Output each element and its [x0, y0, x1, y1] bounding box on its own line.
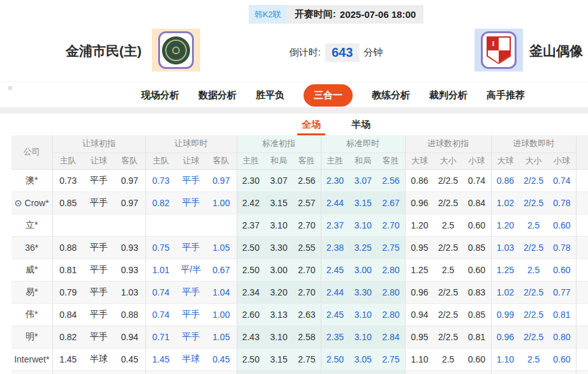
odds-cell: 3.10 [349, 214, 377, 236]
company-cell[interactable]: 明* [11, 325, 52, 348]
odds-cell: 2.56 [377, 169, 405, 191]
odds-cell [176, 370, 206, 374]
partial-row [11, 370, 588, 374]
odds-cell: 0.45 [114, 348, 145, 370]
odds-cell: 3.30 [349, 281, 377, 303]
nav-items: 现场分析数据分析胜平负三合一教练分析裁判分析高手推荐 [141, 82, 525, 108]
kickoff-label: 开赛时间: [295, 8, 336, 20]
odds-cell [462, 370, 491, 374]
group-header-2: 标准初指 [237, 135, 321, 153]
odds-cell: 2.50 [237, 348, 265, 370]
odds-cell: 0.94 [114, 325, 145, 348]
company-cell[interactable]: 易* [11, 281, 52, 303]
odds-cell: 3.10 [265, 214, 293, 236]
odds-cell: 2.63 [293, 303, 321, 325]
odds-cell: 0.45 [206, 348, 237, 370]
col-header: 和局 [349, 153, 377, 169]
col-header: 让球 [84, 153, 114, 169]
extra-cell: ≡ [576, 169, 588, 191]
odds-cell: 1.45 [52, 348, 84, 370]
odds-cell [237, 370, 265, 374]
odds-cell [84, 370, 114, 374]
company-name: Crow* [25, 198, 49, 208]
odds-cell: 平手 [84, 236, 114, 258]
odds-cell: 2.58 [293, 325, 321, 348]
nav-tab-6[interactable]: 高手推荐 [487, 89, 525, 101]
nav-tab-3[interactable]: 三合一 [304, 84, 353, 107]
odds-cell [52, 370, 84, 374]
odds-row-伟: 伟*0.84平手0.880.74平手1.002.603.132.632.453.… [11, 303, 588, 325]
odds-cell: 3.10 [349, 303, 377, 325]
company-name: 易* [26, 287, 38, 297]
period-tab-1[interactable]: 半场 [351, 119, 371, 135]
league-badge[interactable]: 韩K2联 [249, 5, 287, 24]
home-team-name: 金浦市民(主) [66, 42, 142, 60]
company-cell[interactable]: Interwet* [11, 348, 52, 370]
nav-tab-1[interactable]: 数据分析 [198, 89, 237, 101]
odds-cell: 平手 [84, 169, 114, 191]
odds-cell: 2/2.5 [434, 303, 462, 325]
odds-cell: 2.44 [321, 281, 349, 303]
odds-cell: 0.77 [548, 281, 576, 303]
odds-cell: 平手 [176, 236, 206, 258]
home-team-logo [152, 29, 200, 71]
odds-cell: 2.5 [519, 348, 548, 370]
odds-cell: 2.56 [293, 169, 321, 191]
odds-cell: 0.82 [145, 191, 176, 214]
odds-cell: 2.5 [519, 214, 548, 236]
nav-tab-4[interactable]: 教练分析 [372, 89, 410, 101]
odds-row-澳: 澳*0.73平手0.970.73平手0.972.303.072.562.303.… [11, 169, 588, 191]
odds-cell: 2.45 [321, 303, 349, 325]
nav-tab-2[interactable]: 胜平负 [256, 89, 284, 101]
odds-cell: 半球 [84, 348, 114, 370]
odds-cell [145, 370, 176, 374]
odds-cell: 0.78 [548, 236, 576, 258]
away-logo-frame: I [481, 31, 517, 69]
company-cell[interactable]: ⊙Crow* [11, 191, 52, 214]
odds-cell: 平手 [176, 303, 206, 325]
odds-cell: 3.07 [349, 169, 377, 191]
company-cell[interactable]: 伟* [11, 303, 52, 325]
odds-cell [293, 370, 321, 374]
away-team-name: 釜山偶像 [529, 42, 583, 60]
odds-cell: 1.10 [491, 348, 519, 370]
odds-cell: 2.5 [434, 214, 462, 236]
odds-cell: 0.99 [491, 303, 519, 325]
countdown: 倒计时: 643 分钟 [290, 43, 383, 62]
odds-cell: 2/2.5 [519, 281, 548, 303]
page: 韩K2联 开赛时间: 2025-07-06 18:00 金浦市民(主) 倒计时:… [0, 0, 588, 374]
extra-cell: ≡ [576, 191, 588, 214]
odds-cell: 2.38 [321, 236, 349, 258]
group-header-3: 标准即时 [321, 135, 405, 153]
company-cell[interactable]: 立* [11, 214, 52, 236]
odds-cell: 2.50 [237, 258, 265, 281]
odds-cell: 0.67 [206, 258, 237, 281]
company-cell[interactable]: 威* [11, 258, 52, 281]
odds-cell: 平手 [84, 281, 114, 303]
odds-table-wrap: 公司让球初指让球即时标准初指标准即时进球数初指进球数即时主队让球客队主队让球客队… [11, 135, 588, 374]
odds-cell: 2/2.5 [519, 303, 548, 325]
company-cell[interactable]: 36* [11, 236, 52, 258]
odds-cell: 0.60 [548, 258, 576, 281]
period-tab-0[interactable]: 全场 [302, 119, 321, 135]
odds-cell: 0.74 [462, 169, 491, 191]
odds-cell: 0.74 [145, 303, 176, 325]
odds-cell: 0.60 [462, 258, 491, 281]
nav-tab-0[interactable]: 现场分析 [141, 89, 179, 101]
odds-cell: 0.93 [114, 258, 145, 281]
company-cell [11, 370, 52, 374]
company-cell[interactable]: 澳* [11, 169, 52, 191]
odds-row-易: 易*0.79平手1.030.74平手1.042.343.202.702.443.… [11, 281, 588, 303]
odds-cell: 1.25 [405, 258, 434, 281]
odds-row-Interwet: Interwet*1.45半球0.451.45半球0.452.503.152.7… [11, 348, 588, 370]
odds-cell: 3.15 [265, 191, 293, 214]
odds-cell [206, 214, 237, 236]
odds-cell: 0.97 [114, 191, 145, 214]
nav-tab-5[interactable]: 裁判分析 [429, 89, 467, 101]
col-header: 客队 [206, 153, 237, 169]
analysis-navbar: 现场分析数据分析胜平负三合一教练分析裁判分析高手推荐 [0, 82, 588, 107]
odds-cell [405, 370, 434, 374]
odds-cell: 0.88 [114, 303, 145, 325]
odds-cell: 1.10 [405, 348, 434, 370]
odds-cell: 1.03 [491, 236, 519, 258]
